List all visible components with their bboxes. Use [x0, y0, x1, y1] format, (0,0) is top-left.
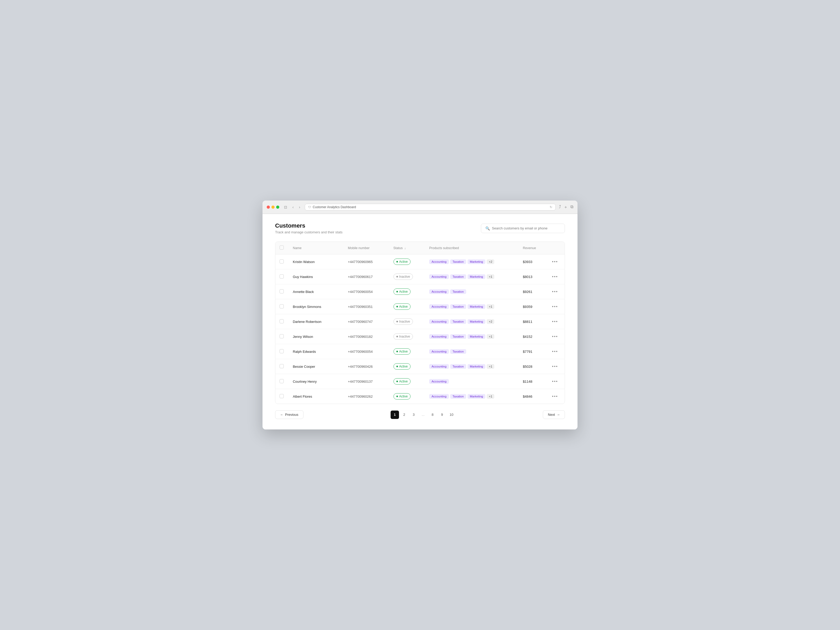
- product-tag: Marketing: [467, 319, 486, 324]
- customer-name: Courtney Henry: [289, 374, 344, 389]
- status-badge: Inactive: [393, 333, 413, 339]
- inactive-dot-icon: [396, 336, 398, 337]
- active-dot-icon: [396, 381, 398, 382]
- header-products: Products subscribed: [425, 242, 519, 254]
- product-more-tag: +2: [487, 259, 494, 264]
- page-2-button[interactable]: 2: [400, 411, 409, 419]
- customer-revenue: $8811: [519, 314, 546, 329]
- previous-button[interactable]: ← Previous: [275, 410, 303, 419]
- more-actions-button[interactable]: •••: [551, 319, 560, 324]
- inactive-dot-icon: [396, 276, 398, 278]
- status-label: Active: [399, 350, 408, 353]
- row-checkbox[interactable]: [279, 334, 284, 338]
- row-checkbox[interactable]: [279, 394, 284, 398]
- search-input[interactable]: [492, 226, 561, 230]
- more-actions-button[interactable]: •••: [551, 289, 560, 295]
- customer-revenue: $9359: [519, 299, 546, 314]
- minimize-button[interactable]: [272, 205, 275, 209]
- more-actions-button[interactable]: •••: [551, 379, 560, 384]
- table-row: Annette Black+447700960054ActiveAccounti…: [275, 284, 565, 299]
- table-header-row: Name Mobile number Status ↓ Products sub…: [275, 242, 565, 254]
- search-icon: 🔍: [485, 226, 490, 231]
- status-badge: Inactive: [393, 273, 413, 280]
- status-label: Inactive: [399, 335, 410, 338]
- row-checkbox[interactable]: [279, 274, 284, 278]
- next-button[interactable]: Next →: [543, 410, 565, 419]
- more-actions-button[interactable]: •••: [551, 304, 560, 309]
- more-actions-button[interactable]: •••: [551, 259, 560, 265]
- customer-products: AccountingTaxationMarketing+2: [425, 314, 519, 329]
- customer-mobile: +447700960747: [344, 314, 389, 329]
- customer-revenue: $5028: [519, 359, 546, 374]
- row-checkbox[interactable]: [279, 349, 284, 353]
- row-checkbox[interactable]: [279, 379, 284, 383]
- customer-name: Ralph Edwards: [289, 344, 344, 359]
- page-9-button[interactable]: 9: [438, 411, 446, 419]
- row-checkbox[interactable]: [279, 364, 284, 368]
- maximize-button[interactable]: [276, 205, 279, 209]
- share-icon[interactable]: ⤴: [559, 204, 561, 210]
- status-badge: Active: [393, 363, 411, 369]
- table-row: Albert Flores+447700960262ActiveAccounti…: [275, 389, 565, 404]
- tabs-icon[interactable]: ⧉: [570, 204, 573, 210]
- row-checkbox[interactable]: [279, 259, 284, 264]
- active-dot-icon: [396, 366, 398, 367]
- customer-mobile: +447700960137: [344, 374, 389, 389]
- row-actions: •••: [546, 374, 565, 389]
- product-tag: Taxation: [450, 334, 466, 339]
- customer-name: Bessie Cooper: [289, 359, 344, 374]
- row-actions: •••: [546, 389, 565, 404]
- status-label: Active: [399, 305, 408, 308]
- product-tag: Taxation: [450, 289, 466, 294]
- page-8-button[interactable]: 8: [428, 411, 437, 419]
- page-3-button[interactable]: 3: [409, 411, 418, 419]
- customer-products: AccountingTaxationMarketing+2: [425, 254, 519, 269]
- customer-products: AccountingTaxationMarketing+1: [425, 389, 519, 404]
- row-checkbox[interactable]: [279, 304, 284, 308]
- table-row: Courtney Henry+447700960137ActiveAccount…: [275, 374, 565, 389]
- page-10-button[interactable]: 10: [447, 411, 456, 419]
- add-tab-icon[interactable]: ＋: [564, 204, 568, 210]
- row-actions: •••: [546, 329, 565, 344]
- customer-mobile: +447700960426: [344, 359, 389, 374]
- select-all-checkbox[interactable]: [279, 245, 284, 249]
- table-row: Guy Hawkins+447700960617InactiveAccounti…: [275, 269, 565, 284]
- status-label: Active: [399, 365, 408, 368]
- page-1-button[interactable]: 1: [391, 411, 399, 419]
- back-icon[interactable]: ‹: [291, 204, 295, 210]
- more-actions-button[interactable]: •••: [551, 349, 560, 354]
- sidebar-toggle-icon[interactable]: ⊡: [283, 204, 289, 210]
- customer-status: Inactive: [389, 269, 425, 284]
- header-status[interactable]: Status ↓: [389, 242, 425, 254]
- lock-icon: 🛡: [308, 205, 311, 209]
- status-label: Inactive: [399, 320, 410, 324]
- close-button[interactable]: [267, 205, 270, 209]
- traffic-lights: [267, 205, 279, 209]
- customer-revenue: $7791: [519, 344, 546, 359]
- row-checkbox[interactable]: [279, 319, 284, 324]
- more-actions-button[interactable]: •••: [551, 334, 560, 339]
- pagination: ← Previous 123...8910 Next →: [275, 404, 565, 421]
- more-actions-button[interactable]: •••: [551, 363, 560, 369]
- more-actions-button[interactable]: •••: [551, 393, 560, 399]
- product-tag: Accounting: [429, 289, 449, 294]
- page-ellipsis: ...: [419, 411, 427, 419]
- status-badge: Inactive: [393, 318, 413, 325]
- product-tag: Accounting: [429, 379, 449, 384]
- product-more-tag: +1: [487, 304, 494, 309]
- more-actions-button[interactable]: •••: [551, 274, 560, 279]
- reload-icon[interactable]: ↻: [549, 205, 552, 209]
- customer-mobile: +447700960262: [344, 389, 389, 404]
- customer-products: AccountingTaxationMarketing+1: [425, 269, 519, 284]
- row-checkbox[interactable]: [279, 289, 284, 294]
- product-tag: Taxation: [450, 319, 466, 324]
- page-subtitle: Track and manage customers and their sta…: [275, 230, 343, 234]
- header-revenue: Revenue: [519, 242, 546, 254]
- address-bar[interactable]: 🛡 Customer Analytics Dashboard ↻: [305, 204, 556, 210]
- product-more-tag: +1: [487, 394, 494, 399]
- active-dot-icon: [396, 291, 398, 292]
- forward-icon[interactable]: ›: [297, 204, 302, 210]
- active-dot-icon: [396, 306, 398, 307]
- search-bar[interactable]: 🔍: [481, 224, 565, 233]
- customer-mobile: +447700960965: [344, 254, 389, 269]
